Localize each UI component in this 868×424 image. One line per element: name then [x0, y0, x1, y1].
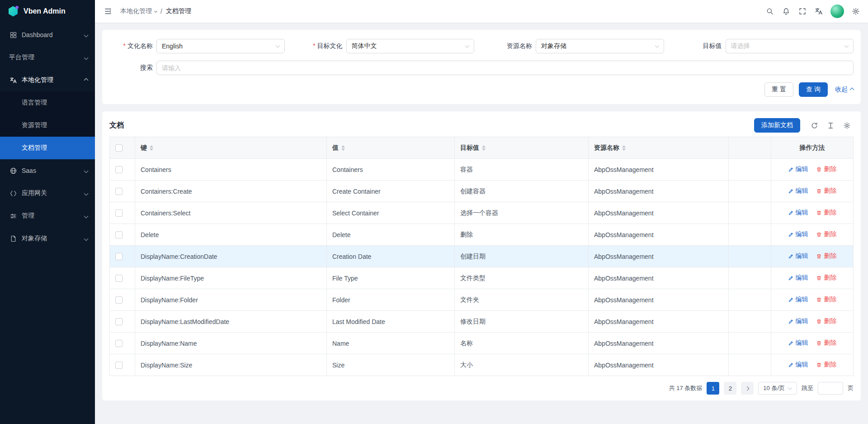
filter-panel: 文化名称 English 目标文化 简体中文: [102, 30, 861, 104]
row-checkbox[interactable]: [115, 362, 123, 369]
sidebar-item-dashboard[interactable]: Dashboard: [0, 24, 95, 46]
select-all-checkbox[interactable]: [115, 144, 123, 152]
column-header-target[interactable]: 目标值: [455, 137, 589, 159]
sidebar-item-gateway[interactable]: 应用网关: [0, 182, 95, 205]
cell-resource: AbpOssManagement: [589, 181, 729, 202]
column-header-key[interactable]: 键: [135, 137, 327, 159]
sort-icons[interactable]: [150, 145, 153, 151]
edit-button[interactable]: 编辑: [788, 339, 808, 347]
cell-value: Containers: [327, 159, 455, 181]
table-row[interactable]: DisplayName:Folder Folder 文件夹 AbpOssMana…: [110, 289, 854, 311]
menu-fold-icon[interactable]: [100, 4, 116, 19]
sidebar-item-oss[interactable]: 对象存储: [0, 227, 95, 250]
jump-page-input[interactable]: [818, 382, 843, 395]
table-row[interactable]: Delete Delete 删除 AbpOssManagement 编辑: [110, 224, 854, 246]
sort-icons[interactable]: [622, 145, 626, 151]
row-checkbox[interactable]: [115, 253, 123, 260]
delete-button[interactable]: 删除: [816, 187, 836, 195]
column-header-value[interactable]: 值: [327, 137, 455, 159]
app-logo[interactable]: Vben Admin: [0, 0, 95, 23]
cell-resource: AbpOssManagement: [589, 246, 729, 267]
row-checkbox[interactable]: [115, 340, 123, 347]
app-title: Vben Admin: [24, 7, 66, 15]
delete-button[interactable]: 删除: [816, 339, 836, 347]
target-value-select[interactable]: 请选择: [726, 39, 854, 53]
delete-button[interactable]: 删除: [816, 295, 836, 304]
filter-actions: 重 置 查 询 收起: [109, 82, 854, 97]
edit-button[interactable]: 编辑: [788, 252, 808, 260]
sidebar-item-localization[interactable]: 本地化管理: [0, 69, 95, 91]
topbar-actions: [762, 4, 863, 19]
cell-value: Name: [327, 333, 455, 354]
topbar: 本地化管理 / 文档管理: [95, 0, 868, 23]
search-input[interactable]: [156, 61, 854, 75]
row-checkbox[interactable]: [115, 188, 123, 195]
cell-value: Creation Date: [327, 246, 455, 267]
edit-button[interactable]: 编辑: [788, 295, 808, 304]
delete-button[interactable]: 删除: [816, 230, 836, 238]
row-checkbox[interactable]: [115, 210, 123, 217]
table-row[interactable]: Containers:Create Create Container 创建容器 …: [110, 181, 854, 202]
row-checkbox[interactable]: [115, 296, 123, 304]
delete-button[interactable]: 删除: [816, 209, 836, 217]
table-row[interactable]: DisplayName:Name Name 名称 AbpOssManagemen…: [110, 333, 854, 354]
sidebar-item-language-management[interactable]: 语言管理: [0, 91, 95, 114]
cell-target: 名称: [455, 333, 589, 354]
sort-icons[interactable]: [341, 145, 345, 151]
column-settings-gear-icon[interactable]: [840, 119, 854, 132]
edit-button[interactable]: 编辑: [788, 274, 808, 282]
reset-button[interactable]: 重 置: [764, 82, 793, 97]
search-icon[interactable]: [762, 4, 778, 19]
cell-resource: AbpOssManagement: [589, 202, 729, 224]
row-checkbox[interactable]: [115, 275, 123, 282]
breadcrumb-parent[interactable]: 本地化管理: [120, 7, 157, 15]
row-height-icon[interactable]: [824, 119, 837, 132]
sidebar-item-saas[interactable]: Saas: [0, 159, 95, 182]
delete-button[interactable]: 删除: [816, 252, 836, 260]
delete-button[interactable]: 删除: [816, 274, 836, 282]
row-checkbox[interactable]: [115, 166, 123, 173]
table-row[interactable]: Containers:Select Select Container 选择一个容…: [110, 202, 854, 224]
fullscreen-icon[interactable]: [795, 4, 810, 19]
translate-icon[interactable]: [811, 4, 826, 19]
edit-button[interactable]: 编辑: [788, 230, 808, 238]
column-header-resource[interactable]: 资源名称: [589, 137, 729, 159]
table-row[interactable]: DisplayName:CreationDate Creation Date 创…: [110, 246, 854, 267]
table-body: Containers Containers 容器 AbpOssManagemen…: [110, 159, 854, 376]
cell-target: 创建容器: [455, 181, 589, 202]
next-page-button[interactable]: [741, 382, 754, 395]
settings-gear-icon[interactable]: [848, 4, 863, 19]
row-checkbox[interactable]: [115, 318, 123, 325]
edit-button[interactable]: 编辑: [788, 361, 808, 369]
query-button[interactable]: 查 询: [799, 82, 828, 97]
row-checkbox[interactable]: [115, 231, 123, 238]
sidebar-item-document-management[interactable]: 文档管理: [0, 137, 95, 159]
culture-name-select[interactable]: English: [156, 39, 285, 53]
table-row[interactable]: DisplayName:FileType File Type 文件类型 AbpO…: [110, 267, 854, 289]
bell-icon[interactable]: [778, 4, 794, 19]
resource-name-select[interactable]: 对象存储: [536, 39, 664, 53]
edit-button[interactable]: 编辑: [788, 209, 808, 217]
delete-button[interactable]: 删除: [816, 361, 836, 369]
sort-icons[interactable]: [482, 145, 486, 151]
edit-button[interactable]: 编辑: [788, 187, 808, 195]
table-row[interactable]: DisplayName:LastModifiedDate Last Modifi…: [110, 311, 854, 333]
edit-button[interactable]: 编辑: [788, 165, 808, 173]
delete-button[interactable]: 删除: [816, 165, 836, 173]
edit-button[interactable]: 编辑: [788, 317, 808, 325]
sidebar-item-admin[interactable]: 管理: [0, 205, 95, 227]
sidebar-item-platform[interactable]: 平台管理: [0, 46, 95, 69]
page-size-select[interactable]: 10 条/页: [758, 382, 797, 395]
page-button-1[interactable]: 1: [707, 382, 719, 395]
table-header: 键 值 目标值 资源名: [110, 137, 854, 159]
sidebar-item-resource-management[interactable]: 资源管理: [0, 114, 95, 137]
table-row[interactable]: Containers Containers 容器 AbpOssManagemen…: [110, 159, 854, 181]
page-button-2[interactable]: 2: [724, 382, 736, 395]
user-avatar[interactable]: [830, 5, 844, 18]
collapse-toggle[interactable]: 收起: [835, 86, 854, 94]
add-document-button[interactable]: 添加新文档: [754, 118, 800, 133]
table-row[interactable]: DisplayName:Size Size 大小 AbpOssManagemen…: [110, 354, 854, 376]
target-culture-select[interactable]: 简体中文: [346, 39, 475, 53]
delete-button[interactable]: 删除: [816, 317, 836, 325]
refresh-icon[interactable]: [807, 119, 821, 132]
